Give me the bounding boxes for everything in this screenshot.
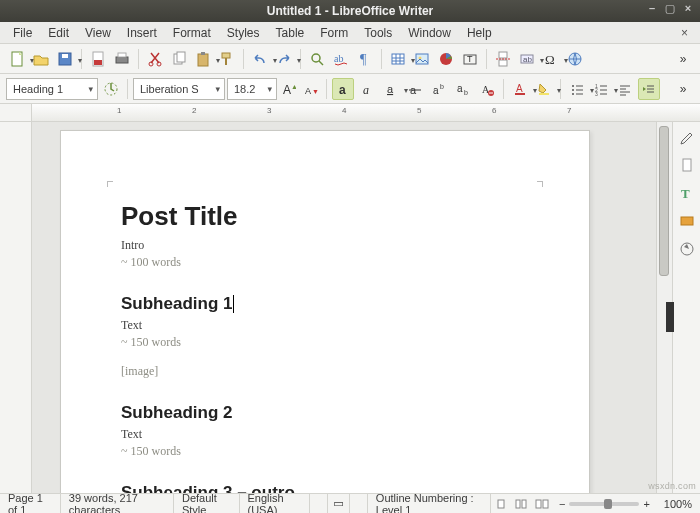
print-button[interactable] bbox=[111, 48, 133, 70]
export-pdf-button[interactable] bbox=[87, 48, 109, 70]
subscript-button[interactable]: ab bbox=[452, 78, 474, 100]
italic-button[interactable]: a bbox=[356, 78, 378, 100]
zoom-percent[interactable]: 100% bbox=[656, 494, 700, 513]
menu-styles[interactable]: Styles bbox=[220, 24, 267, 42]
zoom-slider[interactable]: − + bbox=[553, 498, 656, 510]
spellcheck-underline[interactable]: outro bbox=[251, 483, 294, 493]
increase-indent-button[interactable] bbox=[638, 78, 660, 100]
numbered-list-button[interactable]: 123▾ bbox=[590, 78, 612, 100]
menu-form[interactable]: Form bbox=[313, 24, 355, 42]
doc-image-placeholder[interactable]: [image] bbox=[121, 364, 529, 379]
insert-hyperlink-button[interactable] bbox=[564, 48, 586, 70]
menu-view[interactable]: View bbox=[78, 24, 118, 42]
font-size-dropdown[interactable]: 18.2 ▾ bbox=[227, 78, 277, 100]
status-page[interactable]: Page 1 of 1 bbox=[0, 494, 61, 513]
superscript-button[interactable]: ab bbox=[428, 78, 450, 100]
doc-subheading-3[interactable]: Subheading 3 – outro bbox=[121, 483, 529, 493]
menu-bar: File Edit View Insert Format Styles Tabl… bbox=[0, 22, 700, 44]
insert-field-button[interactable]: ab▾ bbox=[516, 48, 538, 70]
menu-table[interactable]: Table bbox=[269, 24, 312, 42]
highlight-color-button[interactable]: ▾ bbox=[533, 78, 555, 100]
doc-text-label-2[interactable]: Text bbox=[121, 427, 529, 442]
doc-sub2-hint[interactable]: ~ 150 words bbox=[121, 444, 529, 459]
menu-file[interactable]: File bbox=[6, 24, 39, 42]
update-style-button[interactable] bbox=[100, 78, 122, 100]
doc-subheading-1[interactable]: Subheading 1 bbox=[121, 294, 529, 314]
window-close-button[interactable]: × bbox=[682, 2, 694, 14]
status-view-book-icon[interactable] bbox=[531, 494, 553, 513]
window-maximize-button[interactable]: ▢ bbox=[664, 2, 676, 14]
bullet-list-button[interactable]: ▾ bbox=[566, 78, 588, 100]
doc-intro-hint[interactable]: ~ 100 words bbox=[121, 255, 529, 270]
sidebar-page-icon[interactable] bbox=[678, 156, 696, 174]
status-view-single-icon[interactable] bbox=[491, 494, 511, 513]
window-close-doc-icon[interactable]: × bbox=[675, 24, 694, 42]
copy-button[interactable] bbox=[168, 48, 190, 70]
underline-button[interactable]: a▾ bbox=[380, 78, 402, 100]
status-word-count[interactable]: 39 words, 217 characters bbox=[61, 494, 174, 513]
menu-edit[interactable]: Edit bbox=[41, 24, 76, 42]
horizontal-ruler[interactable]: 1 2 3 4 5 6 7 bbox=[32, 104, 700, 121]
spellcheck-button[interactable]: ab bbox=[330, 48, 352, 70]
undo-button[interactable]: ▾ bbox=[249, 48, 271, 70]
align-left-button[interactable] bbox=[614, 78, 636, 100]
document-page[interactable]: Post Title Intro ~ 100 words Subheading … bbox=[60, 130, 590, 493]
doc-intro-label[interactable]: Intro bbox=[121, 238, 529, 253]
redo-button[interactable]: ▾ bbox=[273, 48, 295, 70]
insert-table-button[interactable]: ▾ bbox=[387, 48, 409, 70]
svg-point-52 bbox=[572, 93, 574, 95]
status-language[interactable]: English (USA) bbox=[240, 494, 311, 513]
cut-button[interactable] bbox=[144, 48, 166, 70]
zoom-in-icon[interactable]: + bbox=[643, 498, 649, 510]
sidebar-navigator-icon[interactable] bbox=[678, 240, 696, 258]
bold-button[interactable]: a bbox=[332, 78, 354, 100]
formatting-marks-button[interactable]: ¶ bbox=[354, 48, 376, 70]
window-minimize-button[interactable]: – bbox=[646, 2, 658, 14]
toolbar-overflow-button[interactable]: » bbox=[672, 48, 694, 70]
clone-formatting-button[interactable] bbox=[216, 48, 238, 70]
insert-image-button[interactable] bbox=[411, 48, 433, 70]
status-insert-mode[interactable] bbox=[310, 494, 328, 513]
vertical-scrollbar[interactable] bbox=[656, 122, 672, 493]
doc-sub1-hint[interactable]: ~ 150 words bbox=[121, 335, 529, 350]
menu-format[interactable]: Format bbox=[166, 24, 218, 42]
save-button[interactable]: ▾ bbox=[54, 48, 76, 70]
sidebar-collapse-handle[interactable] bbox=[666, 302, 674, 332]
status-page-style[interactable]: Default Style bbox=[174, 494, 240, 513]
zoom-knob[interactable] bbox=[604, 499, 612, 509]
toolbar2-overflow-button[interactable]: » bbox=[672, 78, 694, 100]
doc-title[interactable]: Post Title bbox=[121, 201, 529, 232]
menu-help[interactable]: Help bbox=[460, 24, 499, 42]
scrollbar-thumb[interactable] bbox=[659, 126, 669, 276]
menu-insert[interactable]: Insert bbox=[120, 24, 164, 42]
sidebar-styles-icon[interactable]: T bbox=[678, 184, 696, 202]
zoom-out-icon[interactable]: − bbox=[559, 498, 565, 510]
status-selection-mode[interactable]: ▭ bbox=[328, 494, 350, 513]
doc-subheading-2[interactable]: Subheading 2 bbox=[121, 403, 529, 423]
status-outline[interactable]: Outline Numbering : Level 1 bbox=[368, 494, 491, 513]
clear-formatting-button[interactable]: A bbox=[476, 78, 498, 100]
find-replace-button[interactable] bbox=[306, 48, 328, 70]
menu-window[interactable]: Window bbox=[401, 24, 458, 42]
insert-textbox-button[interactable]: T bbox=[459, 48, 481, 70]
paragraph-style-dropdown[interactable]: Heading 1 ▾ bbox=[6, 78, 98, 100]
status-view-multi-icon[interactable] bbox=[511, 494, 531, 513]
shrink-font-button[interactable]: A▼ bbox=[301, 79, 321, 99]
document-viewport[interactable]: Post Title Intro ~ 100 words Subheading … bbox=[32, 122, 656, 493]
sidebar-gallery-icon[interactable] bbox=[678, 212, 696, 230]
open-button[interactable] bbox=[30, 48, 52, 70]
insert-special-char-button[interactable]: Ω▾ bbox=[540, 48, 562, 70]
insert-page-break-button[interactable] bbox=[492, 48, 514, 70]
grow-font-button[interactable]: A▲ bbox=[279, 79, 299, 99]
font-color-button[interactable]: A▾ bbox=[509, 78, 531, 100]
doc-text-label-1[interactable]: Text bbox=[121, 318, 529, 333]
menu-tools[interactable]: Tools bbox=[357, 24, 399, 42]
insert-chart-button[interactable] bbox=[435, 48, 457, 70]
sidebar-properties-icon[interactable] bbox=[678, 128, 696, 146]
status-signature[interactable] bbox=[350, 494, 368, 513]
font-name-dropdown[interactable]: Liberation S ▾ bbox=[133, 78, 225, 100]
new-doc-button[interactable]: ▾ bbox=[6, 48, 28, 70]
vertical-ruler[interactable] bbox=[0, 122, 32, 493]
paste-button[interactable]: ▾ bbox=[192, 48, 214, 70]
strikethrough-button[interactable]: a bbox=[404, 78, 426, 100]
